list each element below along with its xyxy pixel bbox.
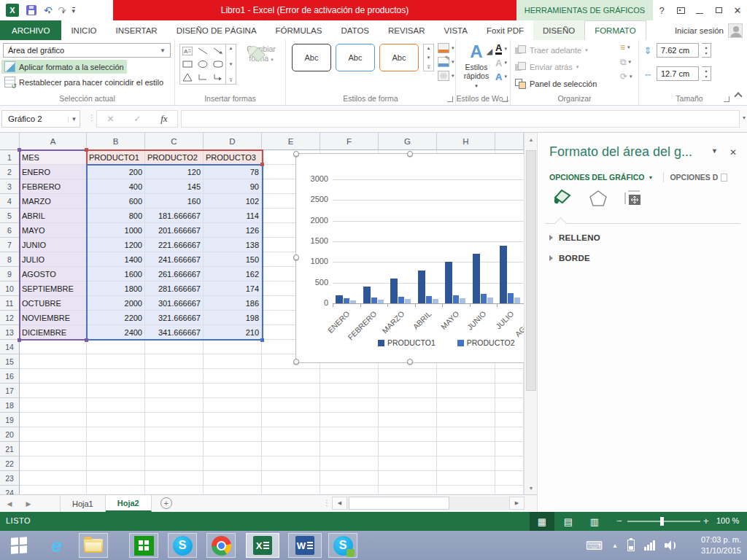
cell[interactable]	[495, 486, 524, 494]
scroll-down-icon[interactable]: ▼	[229, 62, 233, 66]
tab-vista[interactable]: VISTA	[435, 20, 477, 40]
shape-outline-button[interactable]: ▾	[438, 57, 454, 67]
horizontal-scrollbar[interactable]: ◀ ▶	[332, 497, 525, 510]
bar-producto2-abril[interactable]	[426, 296, 432, 303]
cell[interactable]	[145, 442, 204, 456]
cell[interactable]	[437, 398, 495, 413]
tab-diseño[interactable]: DISEÑO	[533, 20, 584, 40]
cell[interactable]: 145	[145, 179, 204, 194]
column-header-A[interactable]: A	[20, 133, 87, 150]
bring-forward-button[interactable]: Traer adelante▾	[515, 43, 588, 58]
row-header-22[interactable]: 22	[0, 456, 20, 471]
show-hidden-icons[interactable]: ▲	[612, 542, 618, 549]
cell[interactable]	[204, 340, 262, 354]
cell[interactable]	[20, 369, 87, 384]
triangle-shape-icon[interactable]	[180, 71, 196, 84]
cell[interactable]	[87, 398, 145, 413]
rotate-button[interactable]: ⟳▾	[620, 71, 632, 82]
cell[interactable]	[495, 471, 524, 486]
bar-producto2-mayo[interactable]	[453, 295, 459, 303]
cell[interactable]	[379, 442, 437, 456]
column-header-F[interactable]: F	[320, 133, 379, 150]
range-handle[interactable]	[85, 148, 88, 152]
row-header-23[interactable]: 23	[0, 471, 20, 486]
tab-diseño-de-página[interactable]: DISEÑO DE PÁGINA	[167, 20, 266, 40]
page-break-view-button[interactable]: ▥	[582, 512, 607, 531]
range-handle[interactable]	[85, 338, 88, 342]
quick-styles-button[interactable]: A Estilosrápidos ▾	[462, 43, 491, 90]
help-button[interactable]: ?	[652, 0, 671, 20]
bar-producto3-febrero[interactable]	[378, 300, 384, 303]
save-icon[interactable]	[26, 5, 36, 15]
scroll-up-icon[interactable]: ▲	[229, 46, 233, 50]
dialog-launcher-icon[interactable]	[447, 96, 453, 102]
cell[interactable]	[379, 486, 437, 494]
minimize-button[interactable]	[690, 0, 709, 20]
cell[interactable]: 2200	[87, 311, 145, 325]
row-header-4[interactable]: 4	[0, 194, 20, 209]
cell[interactable]	[437, 369, 495, 384]
cell[interactable]	[87, 471, 145, 486]
cell[interactable]	[379, 384, 437, 398]
cell[interactable]	[437, 442, 495, 456]
horizontal-scroll-thumb[interactable]	[349, 497, 449, 510]
apply-format-button[interactable]: Aplicar formato a la selección	[1, 60, 127, 74]
word-taskbar-button[interactable]: W	[288, 533, 322, 558]
cell[interactable]	[320, 384, 379, 398]
cell[interactable]: 162	[204, 267, 262, 281]
cell[interactable]: 1000	[87, 223, 145, 238]
row-header-1[interactable]: 1	[0, 150, 20, 165]
cell[interactable]	[262, 413, 320, 427]
vertical-scroll-thumb[interactable]	[526, 150, 536, 391]
column-header-E[interactable]: E	[262, 133, 320, 150]
line-shape-icon[interactable]	[196, 44, 211, 58]
shape-styles-scrollbar[interactable]: ▲ ▼ ⊽	[423, 44, 434, 71]
range-handle[interactable]	[260, 338, 264, 342]
cell[interactable]: 800	[87, 209, 145, 223]
row-header-6[interactable]: 6	[0, 223, 20, 238]
change-shape-button[interactable]: Cambiar forma ▾	[241, 44, 282, 64]
cell[interactable]: OCTUBRE	[20, 296, 87, 311]
row-header-9[interactable]: 9	[0, 267, 20, 281]
bar-producto1-enero[interactable]	[336, 295, 343, 303]
horizontal-scroll-track[interactable]	[347, 497, 509, 510]
width-spinner[interactable]: ▲▼	[702, 66, 711, 81]
row-header-7[interactable]: 7	[0, 238, 20, 252]
bar-producto1-mayo[interactable]	[445, 262, 452, 303]
sheet-tab-hoja1[interactable]: Hoja1	[60, 495, 106, 512]
cell[interactable]	[204, 398, 262, 413]
row-header-19[interactable]: 19	[0, 413, 20, 427]
cell[interactable]	[320, 413, 379, 427]
cell[interactable]	[437, 456, 495, 471]
cell[interactable]	[495, 442, 524, 456]
file-explorer-button[interactable]	[79, 533, 108, 558]
cell[interactable]	[262, 486, 320, 494]
tab-archivo[interactable]: ARCHIVO	[0, 20, 61, 40]
cell[interactable]	[262, 398, 320, 413]
next-sheet-icon[interactable]: ▶	[19, 495, 38, 512]
shape-gallery-scrollbar[interactable]: ▲ ▼ ⊽	[226, 44, 236, 85]
cell[interactable]: JUNIO	[20, 238, 87, 252]
prev-sheet-icon[interactable]: ◀	[0, 495, 19, 512]
cell[interactable]	[20, 486, 87, 494]
cell[interactable]	[87, 340, 145, 354]
sheet-tab-hoja2[interactable]: Hoja2	[106, 495, 152, 512]
cancel-entry-icon[interactable]: ✕	[107, 114, 114, 124]
tab-revisar[interactable]: REVISAR	[379, 20, 435, 40]
row-header-10[interactable]: 10	[0, 281, 20, 296]
bar-producto3-junio[interactable]	[487, 298, 493, 303]
row-header-8[interactable]: 8	[0, 252, 20, 267]
cell[interactable]: 1600	[87, 267, 145, 281]
legend-item-producto1[interactable]: PRODUCTO1	[378, 338, 436, 347]
cell[interactable]: 126	[204, 223, 262, 238]
row-header-16[interactable]: 16	[0, 369, 20, 384]
effects-pentagon-icon[interactable]	[589, 190, 608, 209]
send-backward-button[interactable]: Enviar atrás▾	[515, 60, 578, 74]
cell[interactable]: 261.666667	[145, 267, 204, 281]
customize-qat-icon[interactable]: ▾	[72, 7, 76, 14]
text-options-tab[interactable]: OPCIONES D	[670, 173, 718, 182]
zoom-slider[interactable]	[627, 521, 700, 522]
column-header-G[interactable]: G	[379, 133, 437, 150]
cell[interactable]: PRODUCTO3	[204, 150, 262, 165]
cell[interactable]	[320, 398, 379, 413]
